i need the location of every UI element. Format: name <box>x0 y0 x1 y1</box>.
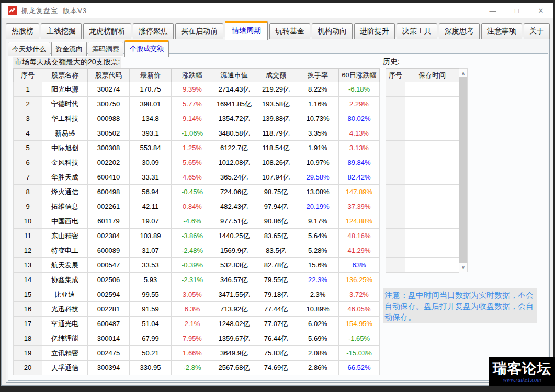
table-row[interactable]: 11东山精密002384103.89-3.86%1440.25亿83.65亿5.… <box>14 229 380 243</box>
history-time-cell <box>405 155 459 170</box>
history-seq-cell <box>386 97 405 111</box>
main-tab-9[interactable]: 决策工具 <box>397 23 437 39</box>
sub-tab-3[interactable]: 个股成交额 <box>124 40 169 57</box>
table-row[interactable]: 5中际旭创300308553.841.25%6122.7亿118.54亿1.91… <box>14 141 380 155</box>
scrollbar-thumb[interactable] <box>459 77 467 263</box>
table-row[interactable]: 6金风科技00220230.095.65%1012.08亿108.26亿10.9… <box>14 155 380 170</box>
cell-amount: 79.55亿 <box>255 273 297 287</box>
history-scrollbar[interactable]: ∧ ∨ <box>459 68 468 272</box>
table-row[interactable]: 20天孚通信300394330.95-2.8%2567.68亿74.69亿2.8… <box>14 361 380 375</box>
cell-code: 300394 <box>88 361 130 375</box>
cell-turnover: 5.69% <box>297 331 339 346</box>
history-row[interactable] <box>386 185 459 199</box>
history-row[interactable] <box>386 111 459 126</box>
table-row[interactable]: 10中国西电60117919.07-4.6%977.51亿90.86亿9.17%… <box>14 214 380 229</box>
history-row[interactable] <box>386 170 459 185</box>
history-row[interactable] <box>386 126 459 141</box>
table-row[interactable]: 17亨通光电60048751.042.1%1248.02亿77.07亿6.02%… <box>14 317 380 331</box>
cell-price: 99.55 <box>130 287 172 302</box>
cell-name: 立讯精密 <box>42 346 88 361</box>
scroll-down-icon[interactable]: ∨ <box>459 263 467 272</box>
main-tab-10[interactable]: 深度思考 <box>439 23 480 39</box>
table-row[interactable]: 19立讯精密00247550.211.66%3649.9亿75.83亿2.08%… <box>14 346 380 361</box>
cell-name: 华胜天成 <box>42 170 88 185</box>
history-seq-cell <box>386 126 405 141</box>
history-row[interactable] <box>386 141 459 155</box>
cell-float_cap: 1354.72亿 <box>213 111 255 126</box>
main-tab-12[interactable]: 关于 <box>524 23 550 39</box>
table-row[interactable]: 2宁德时代300750398.015.77%16941.85亿193.58亿1.… <box>14 97 380 111</box>
cell-chg60: 82.42% <box>339 170 380 185</box>
cell-chg60: -6.18% <box>339 82 380 97</box>
sub-tab-1[interactable]: 资金流向 <box>51 42 87 56</box>
cell-change: 3.05% <box>172 287 213 302</box>
cell-name: 协鑫集成 <box>42 273 88 287</box>
scroll-up-icon[interactable]: ∧ <box>459 69 467 77</box>
cell-change: -2.31% <box>172 273 213 287</box>
history-row[interactable] <box>386 199 459 214</box>
table-row[interactable]: 18亿纬锂能30001467.997.95%1359.67亿76.44亿5.69… <box>14 331 380 346</box>
history-row[interactable] <box>386 214 459 229</box>
history-seq-cell <box>386 82 405 97</box>
cell-float_cap: 977.51亿 <box>213 214 255 229</box>
table-row[interactable]: 16光迅科技00228191.596.3%713.92亿77.44亿10.89%… <box>14 302 380 317</box>
history-row[interactable] <box>386 97 459 111</box>
table-row[interactable]: 12特变电工60008931.07-2.48%1569.9亿83.5亿5.28%… <box>14 243 380 258</box>
cell-name: 金风科技 <box>42 155 88 170</box>
history-row[interactable] <box>386 258 459 273</box>
main-tab-11[interactable]: 注意事项 <box>481 23 522 39</box>
table-row[interactable]: 3华工科技000988134.89.14%1354.72亿139.88亿10.7… <box>14 111 380 126</box>
table-row[interactable]: 8烽火通信60049856.94-0.45%724.06亿98.75亿13.08… <box>14 185 380 199</box>
history-seq-cell <box>386 141 405 155</box>
sub-tab-0[interactable]: 今天炒什么 <box>8 42 50 56</box>
main-tab-3[interactable]: 涨停聚焦 <box>133 23 174 39</box>
main-tab-7[interactable]: 机构动向 <box>312 23 353 39</box>
cell-seq: 12 <box>14 243 42 258</box>
history-row[interactable] <box>386 229 459 243</box>
cell-chg60: 46.05% <box>339 302 380 317</box>
cell-code: 002281 <box>88 302 130 317</box>
cell-chg60: 80.02% <box>339 111 380 126</box>
cell-float_cap: 2567.68亿 <box>213 361 255 375</box>
history-time-cell <box>405 229 459 243</box>
cell-name: 拓维信息 <box>42 199 88 214</box>
cell-float_cap: 1359.67亿 <box>213 331 255 346</box>
cell-name: 特变电工 <box>42 243 88 258</box>
main-tab-0[interactable]: 热股榜 <box>6 23 39 39</box>
cell-float_cap: 16941.85亿 <box>213 97 255 111</box>
main-tab-5[interactable]: 情绪周期 <box>225 21 268 40</box>
history-row[interactable] <box>386 243 459 258</box>
cell-price: 51.04 <box>130 317 172 331</box>
column-header: 股票代码 <box>88 69 130 82</box>
cell-code: 000547 <box>88 258 130 273</box>
close-button[interactable]: ✕ <box>529 3 553 18</box>
cell-change: -2.48% <box>172 243 213 258</box>
history-seq-cell <box>386 229 405 243</box>
table-row[interactable]: 14协鑫集成0025065.93-2.31%346.57亿79.55亿22.3%… <box>14 273 380 287</box>
cell-seq: 16 <box>14 302 42 317</box>
cell-price: 330.95 <box>130 361 172 375</box>
main-tab-8[interactable]: 进阶提升 <box>354 23 395 39</box>
main-tab-6[interactable]: 玩转基金 <box>269 23 310 39</box>
history-seq-cell <box>386 185 405 199</box>
table-row[interactable]: 9拓维信息00226142.110.84%482.43亿97.94亿20.19%… <box>14 199 380 214</box>
table-row[interactable]: 1阳光电源300274170.759.39%2714.43亿219.29亿8.2… <box>14 82 380 97</box>
history-table: 序号保存时间 <box>386 68 459 273</box>
main-tab-2[interactable]: 龙虎榜解析 <box>83 23 131 39</box>
sub-tab-2[interactable]: 筹码洞察 <box>88 42 123 56</box>
cell-seq: 14 <box>14 273 42 287</box>
main-tab-4[interactable]: 买在启动前 <box>175 23 223 39</box>
history-time-cell <box>405 243 459 258</box>
history-row[interactable] <box>386 82 459 97</box>
cell-code: 601179 <box>88 214 130 229</box>
table-row[interactable]: 7华胜天成60041033.314.65%365.24亿107.94亿29.58… <box>14 170 380 185</box>
maximize-button[interactable]: □ <box>505 3 529 18</box>
main-tab-1[interactable]: 主线挖掘 <box>41 23 82 39</box>
table-row[interactable]: 13航天发展00054733.53-0.39%532.83亿82.78亿15.6… <box>14 258 380 273</box>
minimize-button[interactable]: — <box>481 3 505 18</box>
table-row[interactable]: 15比亚迪00259499.553.05%3471.55亿79.18亿2.3%3… <box>14 287 380 302</box>
cell-price: 50.21 <box>130 346 172 361</box>
history-row[interactable] <box>386 155 459 170</box>
cell-name: 比亚迪 <box>42 287 88 302</box>
table-row[interactable]: 4新易盛300502393.1-1.06%3480.58亿118.79亿3.35… <box>14 126 380 141</box>
